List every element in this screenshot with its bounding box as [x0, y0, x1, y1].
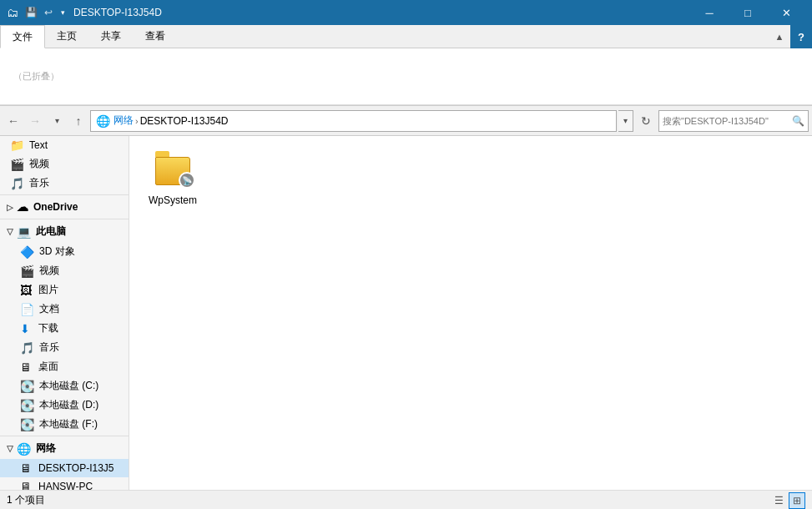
sidebar-label-hansw: HANSW-PC	[38, 481, 93, 490]
music-icon-quick: 🎵	[10, 177, 24, 190]
title-bar-title: DESKTOP-I13J54D	[73, 7, 690, 18]
divider-2	[0, 219, 129, 219]
breadcrumb-network[interactable]: 网络	[113, 113, 134, 128]
divider-1	[0, 194, 129, 195]
documents-icon: 📄	[20, 303, 34, 316]
sidebar-item-local-f[interactable]: 💽 本地磁盘 (F:)	[0, 415, 129, 434]
disk-d-icon: 💽	[20, 399, 34, 412]
address-dropdown[interactable]: ▾	[618, 110, 633, 132]
view-list-button[interactable]: ☰	[770, 492, 787, 509]
breadcrumb-sep-1: ›	[135, 116, 139, 126]
quick-access-icon-1[interactable]: 🗂	[7, 6, 18, 19]
sidebar: 📁 Text 🎬 视频 🎵 音乐 ▷ ☁ OneDrive ▽	[0, 136, 129, 490]
onedrive-icon: ☁	[17, 200, 28, 214]
sidebar-label-music: 音乐	[39, 340, 59, 355]
network-icon: 🌐	[17, 442, 31, 456]
sidebar-item-pictures[interactable]: 🖼 图片	[0, 280, 129, 300]
sidebar-item-downloads[interactable]: ⬇ 下载	[0, 319, 129, 338]
quick-access-dropdown[interactable]: ▾	[61, 8, 65, 17]
wpsystem-label: WpSystem	[149, 194, 197, 206]
sidebar-item-music[interactable]: 🎵 音乐	[0, 338, 129, 357]
maximize-button[interactable]: □	[729, 0, 767, 25]
window-controls: ─ □ ✕	[690, 0, 805, 25]
sidebar-label-documents: 文档	[39, 302, 59, 316]
view-grid-button[interactable]: ⊞	[789, 492, 805, 509]
file-item-wpsystem[interactable]: 📡 WpSystem	[139, 146, 206, 211]
sidebar-label-3d: 3D 对象	[39, 244, 75, 259]
sidebar-item-documents[interactable]: 📄 文档	[0, 300, 129, 319]
search-bar[interactable]: 🔍	[658, 110, 809, 132]
help-btn[interactable]: ?	[790, 25, 812, 48]
sidebar-onedrive[interactable]: ▷ ☁ OneDrive	[0, 197, 129, 217]
sidebar-item-3d[interactable]: 🔷 3D 对象	[0, 242, 129, 261]
sidebar-label-onedrive: OneDrive	[33, 201, 78, 213]
sidebar-item-video[interactable]: 🎬 视频	[0, 261, 129, 280]
main-area: 📁 Text 🎬 视频 🎵 音乐 ▷ ☁ OneDrive ▽	[0, 136, 812, 490]
downloads-icon: ⬇	[20, 322, 33, 335]
address-bar[interactable]: 🌐 网络 › DESKTOP-I13J54D	[90, 110, 617, 132]
tab-view[interactable]: 查看	[134, 25, 178, 48]
sidebar-item-music-quick[interactable]: 🎵 音乐	[0, 174, 129, 193]
close-button[interactable]: ✕	[767, 0, 805, 25]
sidebar-label-music-quick: 音乐	[29, 176, 49, 190]
desktop-icon: 🖥	[20, 360, 33, 374]
desktop-i13-icon: 🖥	[20, 461, 33, 475]
sidebar-network[interactable]: ▽ 🌐 网络	[0, 438, 129, 459]
sidebar-label-desktop: 桌面	[38, 360, 58, 374]
forward-button[interactable]: →	[25, 111, 45, 131]
sidebar-item-hansw[interactable]: 🖥 HANSW-PC	[0, 477, 129, 490]
search-icon[interactable]: 🔍	[792, 115, 804, 127]
minimize-button[interactable]: ─	[690, 0, 729, 25]
breadcrumb-current[interactable]: DESKTOP-I13J54D	[140, 115, 229, 127]
sidebar-label-local-d: 本地磁盘 (D:)	[39, 398, 98, 412]
address-bar-area: ← → ▾ ↑ 🌐 网络 › DESKTOP-I13J54D ▾ ↻ 🔍	[0, 106, 812, 136]
breadcrumb-network-icon: 🌐	[96, 114, 110, 128]
status-bar: 1 个项目 ☰ ⊞	[0, 490, 812, 509]
sidebar-label-local-c: 本地磁盘 (C:)	[39, 379, 98, 393]
search-input[interactable]	[663, 116, 792, 126]
sidebar-label-downloads: 下载	[38, 321, 58, 335]
ribbon-tabs: 文件 主页 共享 查看 ▲ ?	[0, 25, 812, 48]
folder-icon: 📁	[10, 139, 24, 152]
title-bar: 🗂 💾 ↩ ▾ DESKTOP-I13J54D ─ □ ✕	[0, 0, 812, 25]
hansw-icon: 🖥	[20, 480, 33, 490]
ribbon-content: （已折叠）	[0, 48, 812, 105]
expand-icon-this-pc: ▽	[7, 227, 13, 236]
tab-file[interactable]: 文件	[0, 25, 45, 48]
ribbon-collapse-btn[interactable]: ▲	[769, 25, 790, 48]
sidebar-item-desktop[interactable]: 🖥 桌面	[0, 357, 129, 376]
content-area: 📡 WpSystem	[129, 136, 812, 490]
sidebar-label-video: 视频	[39, 264, 59, 278]
back-button[interactable]: ←	[3, 111, 23, 131]
sidebar-item-video-quick[interactable]: 🎬 视频	[0, 154, 129, 174]
sidebar-item-local-d[interactable]: 💽 本地磁盘 (D:)	[0, 396, 129, 415]
disk-c-icon: 💽	[20, 380, 34, 393]
sidebar-item-text[interactable]: 📁 Text	[0, 136, 129, 154]
this-pc-icon: 💻	[17, 225, 31, 239]
expand-icon-onedrive: ▷	[7, 203, 13, 212]
view-grid-icon: ⊞	[793, 495, 801, 506]
ribbon: 文件 主页 共享 查看 ▲ ? （已折叠）	[0, 25, 812, 106]
tab-home[interactable]: 主页	[45, 25, 89, 48]
refresh-button[interactable]: ↻	[635, 110, 657, 132]
status-count: 1 个项目	[7, 493, 45, 507]
title-bar-icons: 🗂 💾 ↩ ▾	[7, 6, 68, 19]
sidebar-label-video-quick: 视频	[29, 157, 49, 171]
sidebar-this-pc[interactable]: ▽ 💻 此电脑	[0, 221, 129, 242]
3d-icon: 🔷	[20, 245, 34, 259]
sidebar-label-this-pc: 此电脑	[36, 224, 66, 239]
tab-share[interactable]: 共享	[89, 25, 134, 48]
recent-locations-button[interactable]: ▾	[47, 111, 67, 131]
up-button[interactable]: ↑	[68, 111, 88, 131]
sidebar-label-local-f: 本地磁盘 (F:)	[39, 417, 98, 431]
quick-access-undo[interactable]: ↩	[44, 7, 53, 18]
sidebar-label-desktop-i13: DESKTOP-I13J5	[38, 462, 113, 474]
quick-access-save[interactable]: 💾	[25, 7, 38, 18]
expand-icon-network: ▽	[7, 444, 13, 453]
view-list-icon: ☰	[774, 495, 784, 506]
folder-overlay-icon: 📡	[179, 172, 195, 189]
sidebar-item-local-c[interactable]: 💽 本地磁盘 (C:)	[0, 376, 129, 396]
sidebar-item-desktop-i13[interactable]: 🖥 DESKTOP-I13J5	[0, 459, 129, 477]
disk-f-icon: 💽	[20, 418, 34, 431]
sidebar-label-network: 网络	[36, 441, 56, 456]
